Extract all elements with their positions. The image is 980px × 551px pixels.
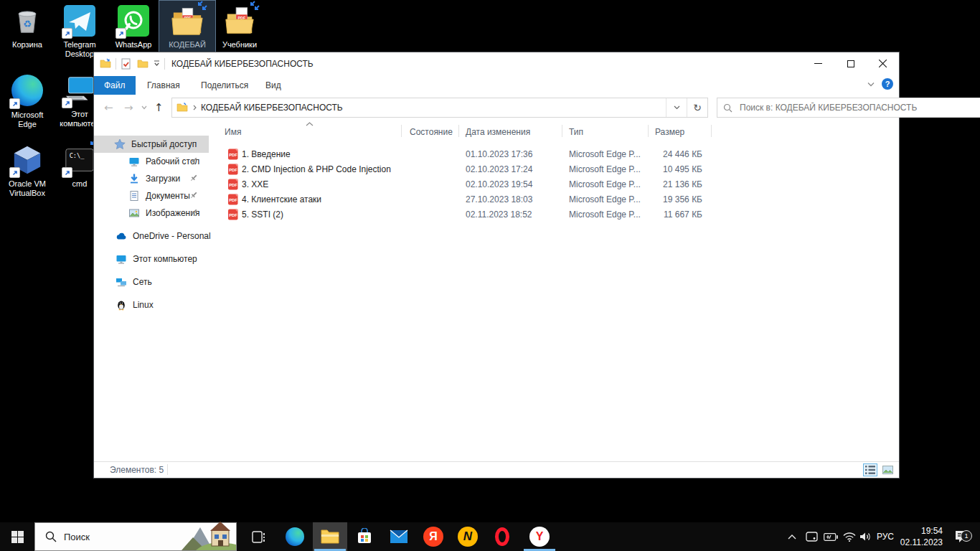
search-box[interactable]: [717, 98, 980, 118]
whatsapp-icon: [117, 4, 150, 37]
file-row[interactable]: PDF 5. SSTI (2) 02.11.2023 18:52 Microso…: [209, 207, 899, 222]
svg-text:PDF: PDF: [229, 153, 237, 157]
column-header-name[interactable]: Имя: [225, 127, 241, 137]
start-button[interactable]: [0, 522, 34, 551]
computer-icon: [63, 74, 96, 107]
monitor-icon: [128, 156, 140, 167]
clock-time: 19:54: [895, 525, 943, 537]
title-bar[interactable]: КОДЕБАЙ КИБЕРБЕЗОПАСНОСТЬ: [94, 52, 899, 76]
address-bar[interactable]: КОДЕБАЙ КИБЕРБЕЗОПАСНОСТЬ ↻: [171, 98, 708, 118]
tab-view[interactable]: Вид: [255, 76, 291, 95]
ribbon-collapse-icon[interactable]: [867, 82, 875, 87]
taskbar-store-icon[interactable]: [347, 522, 382, 551]
recent-locations-icon[interactable]: [141, 105, 147, 110]
forward-icon[interactable]: →: [124, 100, 133, 116]
tab-share[interactable]: Поделиться: [191, 76, 258, 95]
monitor-icon: [116, 253, 127, 265]
taskbar-search[interactable]: Поиск: [34, 522, 237, 551]
sidebar-item-downloads[interactable]: Загрузки: [94, 170, 209, 187]
volume-icon[interactable]: [855, 522, 875, 551]
sidebar-item-linux[interactable]: Linux: [94, 296, 209, 314]
column-divider[interactable]: [648, 125, 649, 137]
desktop-icon-recycle-bin[interactable]: ♻ Корзина: [1, 4, 53, 50]
properties-icon[interactable]: [121, 58, 131, 70]
desktop: ♻ Корзина Telegram Desktop: [0, 0, 980, 551]
qat-customize-icon[interactable]: [154, 60, 160, 67]
tray-device-icon[interactable]: [802, 522, 821, 551]
sidebar-item-label: Linux: [133, 300, 154, 310]
up-icon[interactable]: ↑: [154, 100, 164, 116]
desktop-icon-edge[interactable]: Microsoft Edge: [1, 74, 53, 129]
taskbar-edge-icon[interactable]: [278, 522, 311, 551]
file-name: 5. SSTI (2): [242, 209, 283, 220]
column-divider[interactable]: [562, 125, 562, 137]
taskbar-kinopoisk-icon[interactable]: N: [451, 522, 485, 551]
breadcrumb[interactable]: КОДЕБАЙ КИБЕРБЕЗОПАСНОСТЬ: [201, 103, 343, 113]
file-row[interactable]: PDF 4. Клиентские атаки 27.10.2023 18:03…: [209, 192, 899, 207]
desktop-icon-whatsapp[interactable]: WhatsApp: [108, 4, 159, 50]
pin-icon[interactable]: [189, 156, 200, 167]
svg-text:♻: ♻: [23, 19, 32, 29]
file-row[interactable]: PDF 3. XXE 02.10.2023 19:54 Microsoft Ed…: [209, 177, 899, 192]
file-row[interactable]: PDF 2. CMD Injection & PHP Code Injectio…: [209, 162, 899, 177]
task-view-button[interactable]: [242, 522, 275, 551]
tab-file[interactable]: Файл: [94, 76, 136, 95]
clock[interactable]: 19:54 02.11.2023: [895, 525, 943, 548]
column-header-type[interactable]: Тип: [569, 127, 583, 137]
column-header-date[interactable]: Дата изменения: [466, 127, 530, 137]
taskbar-search-placeholder: Поиск: [64, 532, 90, 542]
help-icon[interactable]: ?: [882, 78, 893, 90]
desktop-icon-telegram[interactable]: Telegram Desktop: [54, 4, 105, 59]
address-dropdown-icon[interactable]: [666, 98, 687, 117]
clock-date: 02.11.2023: [895, 537, 943, 548]
svg-text:PDF: PDF: [229, 198, 237, 202]
taskbar-yandex-browser-icon[interactable]: Y: [522, 522, 557, 551]
column-divider[interactable]: [711, 125, 712, 137]
shortcut-arrow-icon: [62, 98, 72, 108]
search-highlight-art[interactable]: [182, 517, 236, 550]
close-button[interactable]: [867, 52, 899, 75]
taskbar-opera-icon[interactable]: [485, 522, 519, 551]
sidebar-item-label: Загрузки: [146, 174, 180, 184]
pdf-file-icon: PDF: [227, 179, 239, 190]
sidebar-item-pictures[interactable]: Изображения: [94, 204, 209, 222]
sidebar-item-this-pc[interactable]: Этот компьютер: [94, 250, 209, 268]
thumbnails-view-button[interactable]: [880, 463, 895, 476]
back-icon[interactable]: ←: [104, 100, 113, 116]
pin-icon[interactable]: [189, 207, 200, 219]
refresh-icon[interactable]: ↻: [687, 98, 707, 117]
sidebar-item-documents[interactable]: Документы: [94, 187, 209, 204]
pin-icon[interactable]: [189, 173, 200, 184]
new-folder-icon[interactable]: [137, 58, 149, 70]
details-view-button[interactable]: [863, 463, 877, 476]
battery-icon[interactable]: [821, 522, 841, 551]
folder-pdf-icon: PDF: [171, 4, 204, 37]
notification-center-icon[interactable]: 1: [948, 522, 976, 551]
network-icon: [116, 276, 127, 288]
column-divider[interactable]: [401, 125, 402, 137]
column-header-status[interactable]: Состояние: [410, 127, 453, 137]
search-input[interactable]: [738, 102, 979, 113]
desktop-icon-kodebay[interactable]: PDF КОДЕБАЙ: [161, 4, 213, 50]
language-indicator[interactable]: РУС: [874, 522, 897, 551]
file-row[interactable]: PDF 1. Введение 01.10.2023 17:36 Microso…: [209, 147, 899, 162]
pin-icon[interactable]: [189, 190, 200, 202]
column-header-size[interactable]: Размер: [655, 127, 684, 137]
minimize-button[interactable]: [802, 52, 834, 75]
sidebar-item-network[interactable]: Сеть: [94, 273, 209, 291]
taskbar-yandex-icon[interactable]: Я: [416, 522, 451, 551]
desktop-icon-virtualbox[interactable]: Oracle VM VirtualBox: [1, 143, 53, 198]
sidebar-item-quick-access[interactable]: Быстрый доступ: [94, 136, 209, 153]
tray-expand-icon[interactable]: [782, 522, 802, 551]
ribbon-tabs: Файл Главная Поделиться Вид: [94, 76, 899, 95]
document-icon: [128, 190, 140, 202]
taskbar-mail-icon[interactable]: [382, 522, 416, 551]
maximize-button[interactable]: [834, 52, 867, 75]
desktop-icon-uchebniki[interactable]: PDF Учебники: [214, 4, 265, 50]
telegram-icon: [63, 4, 96, 37]
sidebar-item-desktop[interactable]: Рабочий стол: [94, 153, 209, 170]
tab-home[interactable]: Главная: [137, 76, 190, 95]
sidebar-item-onedrive[interactable]: OneDrive - Personal: [94, 227, 209, 245]
taskbar-explorer-icon[interactable]: [313, 522, 347, 551]
column-divider[interactable]: [458, 125, 459, 137]
